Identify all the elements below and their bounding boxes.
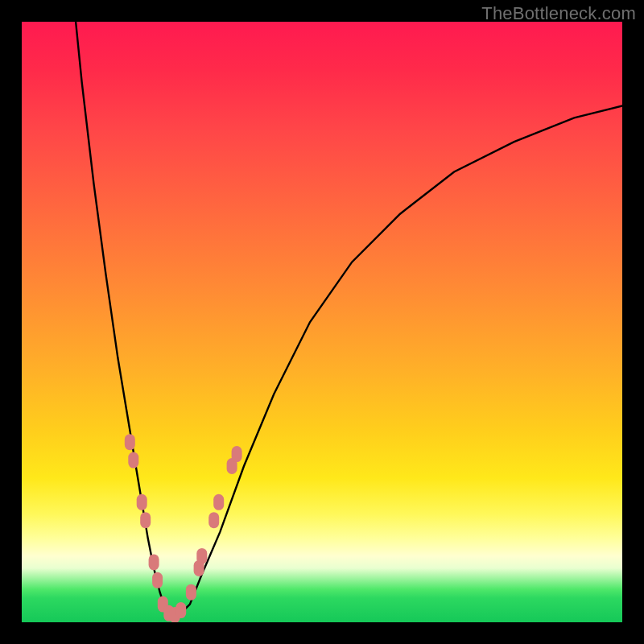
chart-frame: TheBottleneck.com	[0, 0, 644, 644]
plot-area	[22, 22, 622, 622]
watermark-text: TheBottleneck.com	[481, 3, 636, 24]
